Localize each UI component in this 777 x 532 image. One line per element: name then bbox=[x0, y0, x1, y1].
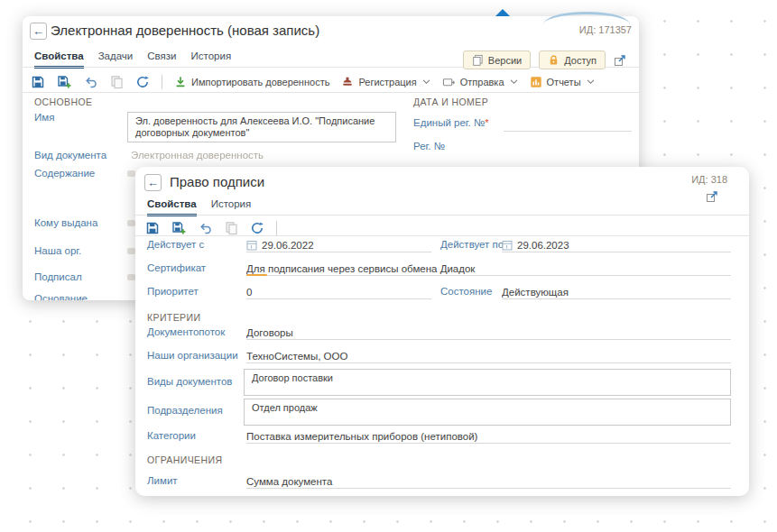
open-in-window-icon[interactable] bbox=[706, 190, 718, 203]
back-arrow-button[interactable]: ← bbox=[144, 174, 162, 191]
reg-no-label: Рег. № bbox=[413, 141, 445, 151]
refresh-icon[interactable] bbox=[250, 221, 264, 235]
toolbar-divider-line bbox=[23, 92, 639, 93]
categories-field[interactable]: Поставка измерительных приборов (нетипов… bbox=[246, 429, 731, 444]
doc-flow-field[interactable]: Договоры bbox=[246, 326, 731, 340]
chevron-down-icon bbox=[587, 79, 595, 85]
limit-field[interactable]: Сумма документа bbox=[246, 474, 731, 489]
save-and-close-icon[interactable] bbox=[171, 221, 187, 235]
tab-history[interactable]: История bbox=[211, 198, 252, 216]
categories-label: Категории bbox=[147, 430, 196, 441]
blue-triangle-decor bbox=[495, 9, 510, 16]
chevron-down-icon bbox=[422, 79, 430, 85]
our-org-field-fragment bbox=[127, 248, 135, 254]
issued-to-label: Кому выдана bbox=[34, 217, 97, 228]
tab-bar: Свойства История bbox=[147, 198, 251, 216]
our-orgs-field[interactable]: ТехноСистемы, ООО bbox=[246, 349, 731, 363]
name-label: Имя bbox=[34, 112, 54, 123]
toolbar-divider bbox=[162, 75, 162, 89]
our-orgs-label: Наши организации bbox=[147, 350, 238, 361]
doc-kind-field[interactable]: Электронная доверенность bbox=[131, 150, 264, 161]
tab-history[interactable]: История bbox=[191, 50, 232, 69]
name-field[interactable]: Эл. доверенность для Алексеева И.О. "Под… bbox=[127, 112, 396, 142]
lock-icon bbox=[548, 54, 560, 66]
limit-label: Лимит bbox=[147, 475, 178, 486]
paste-icon[interactable] bbox=[110, 75, 124, 89]
main-toolbar: Импортировать доверенность Регистрация О… bbox=[31, 71, 595, 93]
import-poa-button[interactable]: Импортировать доверенность bbox=[174, 76, 329, 88]
section-restrictions: ОГРАНИЧЕНИЯ bbox=[147, 454, 222, 465]
versions-button[interactable]: Версии bbox=[463, 50, 531, 69]
signing-right-window: ← Право подписи ИД: 318 Свойства История bbox=[135, 167, 749, 496]
signed-by-field-fragment bbox=[127, 274, 135, 280]
undo-icon[interactable] bbox=[84, 75, 98, 89]
valid-to-field[interactable]: 29.06.2023 bbox=[502, 238, 731, 252]
content-label: Содержание bbox=[34, 168, 95, 179]
calendar-icon bbox=[502, 240, 513, 251]
save-icon[interactable] bbox=[145, 221, 160, 235]
tab-bar: Свойства Задачи Связи История bbox=[34, 50, 231, 69]
signed-by-label: Подписал bbox=[34, 271, 82, 282]
valid-from-label: Действует с bbox=[147, 239, 204, 250]
required-asterisk: * bbox=[485, 117, 488, 128]
toolbar-divider bbox=[276, 221, 277, 235]
issued-to-field-fragment bbox=[127, 220, 135, 226]
calendar-icon bbox=[246, 240, 257, 251]
undo-icon[interactable] bbox=[199, 221, 213, 235]
departments-label: Подразделения bbox=[147, 405, 223, 416]
tab-properties[interactable]: Свойства bbox=[34, 50, 84, 69]
tabs-divider bbox=[135, 215, 749, 216]
app-background: ← Электронная доверенность (новая запись… bbox=[0, 0, 777, 532]
certificate-label: Сертификат bbox=[147, 262, 206, 273]
open-in-window-icon[interactable] bbox=[614, 54, 626, 67]
registration-dropdown[interactable]: Регистрация bbox=[341, 76, 430, 88]
state-label: Состояние bbox=[440, 286, 492, 297]
toolbar-divider-line bbox=[135, 235, 749, 236]
spellcheck-underline bbox=[246, 274, 267, 276]
save-icon[interactable] bbox=[31, 75, 45, 89]
valid-to-label: Действует по bbox=[440, 239, 504, 250]
stamp-icon bbox=[341, 76, 354, 88]
doc-flow-label: Документопоток bbox=[147, 326, 225, 337]
tab-properties[interactable]: Свойства bbox=[147, 198, 197, 216]
basis-label: Основание bbox=[34, 293, 88, 300]
modal-title: Право подписи bbox=[170, 174, 264, 189]
send-icon bbox=[442, 77, 456, 88]
our-org-label: Наша орг. bbox=[34, 245, 81, 256]
content-field-fragment bbox=[127, 170, 135, 177]
departments-field[interactable]: Отдел продаж bbox=[244, 399, 731, 426]
section-main: ОСНОВНОЕ bbox=[34, 96, 92, 107]
paste-icon[interactable] bbox=[225, 221, 238, 235]
reports-dropdown[interactable]: Отчеты bbox=[530, 76, 595, 88]
state-field[interactable]: Действующая bbox=[502, 285, 731, 299]
header-buttons: Версии Доступ bbox=[463, 50, 626, 69]
section-criteria: КРИТЕРИИ bbox=[147, 312, 200, 323]
record-id: ИД: 318 bbox=[691, 174, 727, 185]
doc-kinds-label: Виды документов bbox=[147, 376, 232, 387]
report-chart-icon bbox=[530, 76, 542, 88]
unified-reg-no-field[interactable] bbox=[504, 117, 632, 132]
blue-arc-decor bbox=[543, 12, 630, 29]
tab-links[interactable]: Связи bbox=[147, 50, 176, 69]
page-title: Электронная доверенность (новая запись) bbox=[51, 23, 319, 38]
valid-from-field[interactable]: 29.06.2022 bbox=[246, 238, 431, 252]
save-and-close-icon[interactable] bbox=[57, 75, 72, 89]
back-arrow-button[interactable]: ← bbox=[30, 23, 47, 40]
tab-tasks[interactable]: Задачи bbox=[98, 50, 134, 69]
priority-field[interactable]: 0 bbox=[246, 285, 431, 299]
section-date-number: ДАТА И НОМЕР bbox=[413, 96, 488, 107]
sending-dropdown[interactable]: Отправка bbox=[442, 77, 518, 88]
chevron-down-icon bbox=[510, 79, 518, 85]
certificate-field[interactable]: Для подписания через сервисы обмена Диад… bbox=[246, 261, 731, 276]
download-icon bbox=[174, 76, 187, 88]
unified-reg-no-label: Единый рег. №* bbox=[413, 117, 489, 128]
access-button[interactable]: Доступ bbox=[539, 50, 606, 69]
doc-kind-label: Вид документа bbox=[34, 150, 106, 161]
versions-icon bbox=[472, 54, 484, 66]
refresh-icon[interactable] bbox=[135, 75, 150, 89]
doc-kinds-field[interactable]: Договор поставки bbox=[244, 369, 731, 396]
priority-label: Приоритет bbox=[147, 286, 199, 297]
